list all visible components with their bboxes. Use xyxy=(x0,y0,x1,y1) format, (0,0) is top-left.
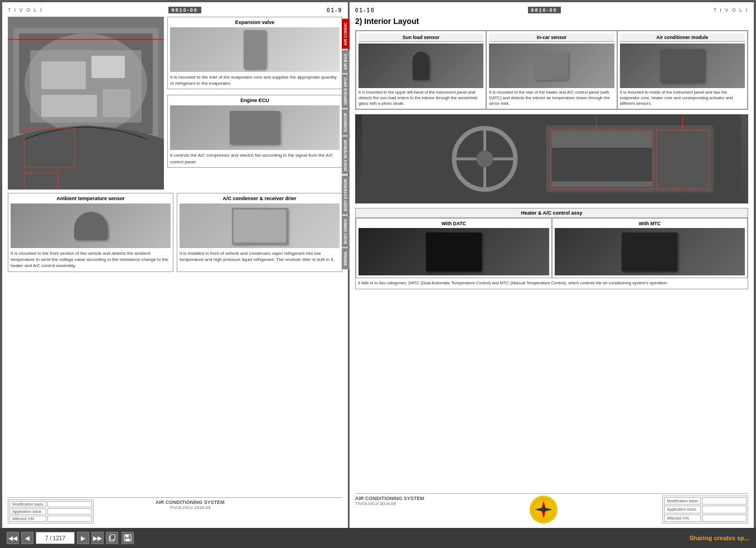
heater-ac-desc: It falls in to two categories; DATC (Dua… xyxy=(356,278,748,288)
mtc-image xyxy=(555,228,745,275)
ac-module-title: Air conditioner module xyxy=(620,33,745,42)
tab-body-exterior[interactable]: BODY EXTERIOR xyxy=(342,176,350,215)
right-system-name: AIR CONDITIONING SYSTEM xyxy=(355,496,424,501)
engine-image xyxy=(8,17,164,190)
modification-label: Modification basis xyxy=(9,501,46,507)
sun-load-sensor-cell: Sun load sensor It is mounted to the upp… xyxy=(356,31,486,109)
left-code-box: 6810-00 xyxy=(168,7,201,13)
copy-button[interactable] xyxy=(106,532,118,544)
left-page: T I V O L I 6810-00 01-9 xyxy=(2,2,348,528)
sun-load-desc: It is mounted to the upper left-hand of … xyxy=(358,90,483,106)
left-footer-center: AIR CONDITIONING SYSTEM TIVOLI/XLV 2016.… xyxy=(156,499,225,523)
first-page-button[interactable]: ◀◀ xyxy=(7,532,19,544)
ac-condenser-image xyxy=(180,203,340,248)
right-footer-left: AIR CONDITIONING SYSTEM TIVOLI/XLV 2016.… xyxy=(355,496,424,523)
tab-body-interior[interactable]: BODY INTERIOR xyxy=(342,137,350,174)
section-title: 2) Interior Layout xyxy=(355,17,748,26)
tab-service-info[interactable]: SERVICE INFO xyxy=(342,74,350,108)
heater-ac-title: Heater & A/C control assy xyxy=(356,208,748,218)
engine-ecu-title: Engine ECU xyxy=(170,98,340,103)
prev-page-button[interactable]: ◀ xyxy=(21,532,33,544)
right-page-num: 01-10 xyxy=(355,7,375,13)
right-modification-label: Modification basis xyxy=(664,497,701,505)
left-vehicle: TIVOLI/XLV 2016.09 xyxy=(156,505,225,510)
engine-ecu-image xyxy=(170,105,340,150)
engine-ecu-desc: It controls the A/C compressor and elect… xyxy=(170,152,340,164)
left-page-num: 01-9 xyxy=(327,7,342,13)
dashboard-image xyxy=(355,114,748,203)
sharing-text: Sharing creates sp... xyxy=(689,535,749,541)
ac-condenser-desc: It is installed in front of vehicle and … xyxy=(180,250,340,263)
svg-rect-33 xyxy=(125,535,129,537)
ambient-sensor-image xyxy=(11,203,171,248)
right-vehicle: TIVOLI/XLV 2016.09 xyxy=(355,501,424,506)
right-brand: T I V O L I xyxy=(713,7,748,13)
incar-sensor-title: In-car sensor xyxy=(489,33,614,42)
ambient-sensor-title: Ambient temperature sensor xyxy=(11,196,171,201)
left-page-header: T I V O L I 6810-00 01-9 xyxy=(8,7,342,13)
right-components: Expansion valve It is mounted to the inl… xyxy=(167,17,342,190)
ac-condenser-title: A/C condenser & receiver drier xyxy=(180,196,340,201)
save-button[interactable] xyxy=(122,532,134,544)
incar-sensor-cell: In-car sensor It is mounted to the rear … xyxy=(486,31,617,109)
mtc-cell: With MTC xyxy=(552,218,748,278)
expansion-valve-section: Expansion valve It is mounted to the inl… xyxy=(167,17,342,89)
expansion-valve-desc: It is mounted to the inlet of the evapor… xyxy=(170,74,340,86)
svg-rect-8 xyxy=(103,89,130,117)
last-page-button[interactable]: ▶▶ xyxy=(91,532,104,544)
ac-module-image xyxy=(620,43,745,88)
right-affected-vin-label: Affected VIN xyxy=(664,515,701,522)
tab-air-bag[interactable]: AIR BAG xyxy=(342,50,350,74)
ac-condenser-section: A/C condenser & receiver drier It is ins… xyxy=(177,193,342,272)
left-footer: Modification basis Application basis Aff… xyxy=(8,497,342,523)
mtc-title: With MTC xyxy=(555,221,745,226)
svg-point-14 xyxy=(477,151,493,167)
sun-load-title: Sun load sensor xyxy=(358,33,483,42)
ambient-sensor-section: Ambient temperature sensor It is mounted… xyxy=(8,193,173,272)
tab-air-conditioning[interactable]: AIR CONDIC xyxy=(342,19,350,49)
incar-sensor-desc: It is mounted to the rear of the heater … xyxy=(489,90,614,106)
svg-rect-7 xyxy=(41,95,97,117)
svg-rect-21 xyxy=(658,131,708,187)
ac-module-cell: Air conditioner module It is mounted to … xyxy=(617,31,748,109)
right-footer-table: Modification basis Application basis Aff… xyxy=(662,496,748,523)
left-footer-table: Modification basis Application basis Aff… xyxy=(8,499,94,523)
toolbar-action-icons xyxy=(106,532,134,544)
engine-image-container xyxy=(8,17,164,190)
dashboard-svg xyxy=(355,114,748,203)
right-page-header: 01-10 6810-00 T I V O L I xyxy=(355,7,748,13)
heater-ac-section: Heater & A/C control assy With DATC With… xyxy=(355,208,748,289)
expansion-valve-title: Expansion valve xyxy=(170,20,340,25)
save-icon xyxy=(124,534,132,542)
tab-sunroof[interactable]: SUNROOF xyxy=(342,109,350,135)
incar-sensor-image xyxy=(489,43,614,88)
svg-rect-31 xyxy=(110,535,115,540)
dashboard-image-container xyxy=(355,114,748,203)
page-number-input[interactable] xyxy=(36,532,75,544)
expansion-valve-image xyxy=(170,27,340,72)
affected-vin-label: Affected VIN xyxy=(9,516,46,522)
next-page-button[interactable]: ▶ xyxy=(77,532,89,544)
right-application-label: Application basis xyxy=(664,506,701,513)
svg-rect-6 xyxy=(91,56,125,78)
left-brand: T I V O L I xyxy=(8,7,43,13)
toolbar-navigation: ◀◀ ◀ ▶ ▶▶ xyxy=(7,532,134,544)
engine-ecu-section: Engine ECU It controls the A/C compresso… xyxy=(167,95,342,167)
datc-image xyxy=(358,228,549,275)
ambient-sensor-desc: It is mounted to the front section of th… xyxy=(11,250,171,269)
svg-rect-5 xyxy=(41,61,86,89)
tab-body-dimen[interactable]: BODY DIMEN xyxy=(342,216,350,248)
heater-grid: With DATC With MTC xyxy=(356,218,748,278)
datc-cell: With DATC xyxy=(356,218,552,278)
tab-wiring[interactable]: WIRING xyxy=(342,248,350,269)
svg-rect-34 xyxy=(125,539,130,541)
right-footer: AIR CONDITIONING SYSTEM TIVOLI/XLV 2016.… xyxy=(355,493,748,523)
sun-load-image xyxy=(358,43,483,88)
compass-logo xyxy=(530,496,558,523)
application-label: Application basis xyxy=(9,508,46,515)
bottom-toolbar: ◀◀ ◀ ▶ ▶▶ Sharing creates sp... xyxy=(0,528,756,548)
right-page: 01-10 6810-00 T I V O L I 2) Interior La… xyxy=(350,2,754,528)
copy-icon xyxy=(108,534,116,542)
bottom-components: Ambient temperature sensor It is mounted… xyxy=(8,193,342,275)
datc-title: With DATC xyxy=(358,221,549,226)
